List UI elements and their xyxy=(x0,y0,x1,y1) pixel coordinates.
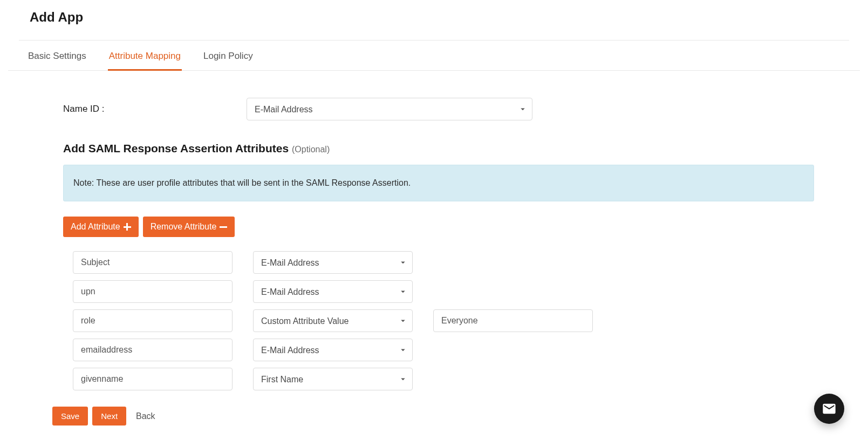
assertion-heading-text: Add SAML Response Assertion Attributes xyxy=(63,142,289,154)
tab-login-policy[interactable]: Login Policy xyxy=(202,43,254,70)
attribute-mapping-select[interactable]: Custom Attribute Value xyxy=(253,309,413,332)
attribute-name-input[interactable] xyxy=(73,251,233,274)
back-link[interactable]: Back xyxy=(136,411,155,421)
nameid-row: Name ID : E-Mail Address xyxy=(63,98,814,120)
attribute-row: E-Mail Address xyxy=(73,280,814,303)
nameid-label: Name ID : xyxy=(63,104,247,114)
remove-attribute-button[interactable]: Remove Attribute xyxy=(143,217,235,237)
attribute-mapping-select[interactable]: E-Mail Address xyxy=(253,280,413,303)
attribute-custom-value-input[interactable] xyxy=(433,309,593,332)
attribute-table: E-Mail Address E-Mail Address Custom Att… xyxy=(63,251,814,390)
attribute-row: Custom Attribute Value xyxy=(73,309,814,332)
tab-basic-settings[interactable]: Basic Settings xyxy=(27,43,87,70)
tabs: Basic Settings Attribute Mapping Login P… xyxy=(8,43,860,71)
chat-fab[interactable] xyxy=(814,394,844,424)
attribute-name-input[interactable] xyxy=(73,280,233,303)
attribute-row: E-Mail Address xyxy=(73,339,814,361)
nameid-select[interactable]: E-Mail Address xyxy=(247,98,532,120)
attribute-row: E-Mail Address xyxy=(73,251,814,274)
attribute-mapping-select[interactable]: First Name xyxy=(253,368,413,390)
page-title: Add App xyxy=(19,5,849,40)
divider xyxy=(19,40,849,40)
note-box: Note: These are user profile attributes … xyxy=(63,165,814,201)
assertion-optional: (Optional) xyxy=(292,145,330,154)
attribute-name-input[interactable] xyxy=(73,368,233,390)
attribute-mapping-select[interactable]: E-Mail Address xyxy=(253,251,413,274)
remove-attribute-label: Remove Attribute xyxy=(151,222,217,232)
attribute-row: First Name xyxy=(73,368,814,390)
next-button[interactable]: Next xyxy=(92,407,126,426)
attribute-mapping-select[interactable]: E-Mail Address xyxy=(253,339,413,361)
minus-icon xyxy=(220,223,227,231)
save-button[interactable]: Save xyxy=(52,407,88,426)
mail-icon xyxy=(822,401,837,416)
tab-attribute-mapping[interactable]: Attribute Mapping xyxy=(108,43,182,71)
add-attribute-button[interactable]: Add Attribute xyxy=(63,217,139,237)
attribute-name-input[interactable] xyxy=(73,339,233,361)
plus-icon xyxy=(124,223,131,231)
add-attribute-label: Add Attribute xyxy=(71,222,120,232)
assertion-heading: Add SAML Response Assertion Attributes (… xyxy=(63,142,814,155)
attribute-name-input[interactable] xyxy=(73,309,233,332)
